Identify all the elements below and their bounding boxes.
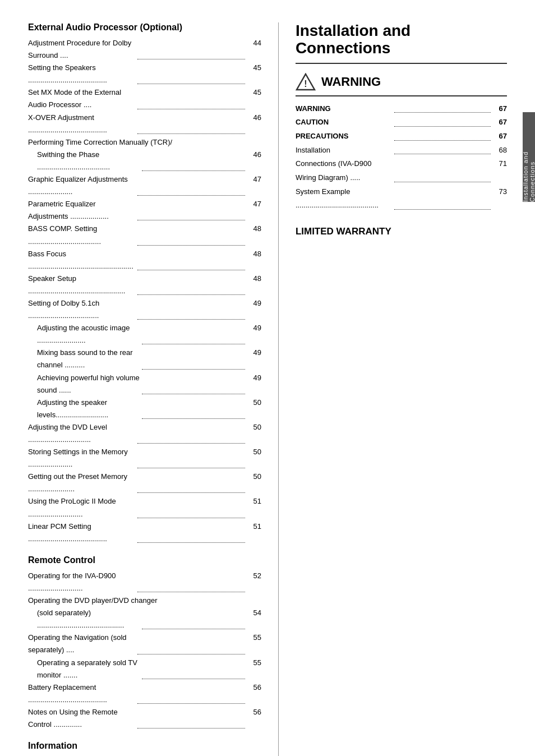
right-toc-page-number: 67	[493, 102, 507, 116]
toc-dots	[137, 681, 245, 704]
warning-triangle-icon: !	[296, 73, 316, 91]
toc-entry-text: Adjustment Procedure for Dolby Surround …	[28, 37, 135, 62]
toc-page-number: 49	[247, 372, 261, 397]
toc-dots	[137, 37, 245, 59]
toc-entry-text: Linear PCM Setting .....................…	[28, 520, 135, 545]
toc-page-number: 51	[247, 495, 261, 520]
toc-page-number: 44	[247, 37, 261, 62]
toc-dots	[142, 372, 245, 394]
toc-dots	[137, 446, 245, 468]
toc-page-number: 45	[247, 86, 261, 111]
side-tab: Installation and Connections	[523, 112, 535, 202]
toc-dots	[142, 657, 245, 679]
left-column: External Audio Processor (Optional) Adju…	[28, 22, 273, 756]
toc-list-external-audio: Adjustment Procedure for Dolby Surround …	[28, 37, 261, 545]
right-toc-dots	[394, 116, 491, 127]
toc-entry: Parametric Equalizer Adjustments .......…	[28, 198, 261, 223]
installation-connections-heading: Installation and Connections	[296, 22, 507, 64]
toc-page-number: 50	[247, 446, 261, 471]
toc-entry-text: Speaker Setup ..........................…	[28, 273, 135, 297]
right-toc-entry: WARNING67	[296, 102, 507, 116]
toc-entry: Notes on Using the Remote Control ......…	[28, 706, 261, 731]
toc-dots	[137, 223, 245, 245]
toc-entry-text: Bass Focus .............................…	[28, 248, 135, 273]
toc-entry-text: Adjusting the speaker levels............…	[37, 397, 140, 421]
toc-dots	[137, 86, 245, 109]
toc-entry-text: Using the ProLogic II Mode .............…	[28, 495, 135, 520]
toc-dots	[137, 520, 245, 543]
right-toc-dots	[394, 130, 491, 141]
right-toc-entry-text: Connections (IVA-D900 Wiring Diagram) ..…	[296, 157, 392, 185]
toc-entry: BASS COMP. Setting .....................…	[28, 223, 261, 247]
toc-dots	[137, 495, 245, 518]
limited-warranty-heading: LIMITED WARRANTY	[296, 226, 507, 237]
toc-page-number: 50	[247, 397, 261, 421]
right-toc-entry: Installation 68	[296, 144, 507, 158]
side-tab-label: Installation and Connections	[522, 112, 535, 202]
toc-entry-text: Operating for the IVA-D900 .............…	[28, 570, 135, 594]
toc-dots	[137, 248, 245, 270]
toc-entry: Speaker Setup ..........................…	[28, 273, 261, 297]
toc-entry-text: Adjusting the acoustic image ...........…	[37, 322, 140, 347]
toc-entry: X-OVER Adjustment ......................…	[28, 112, 261, 136]
toc-page-number: 45	[247, 62, 261, 86]
toc-dots	[142, 397, 245, 419]
toc-page-number: 56	[247, 681, 261, 706]
toc-page-number: 48	[247, 248, 261, 273]
toc-page-number: 47	[247, 198, 261, 223]
toc-entry: Swithing the Phase .....................…	[28, 149, 261, 173]
right-toc-entry-text: System Example .........................…	[296, 185, 392, 213]
toc-entry: Operating the DVD player/DVD changer	[28, 594, 261, 607]
section-information: Information About DVDs .................…	[28, 741, 261, 756]
right-toc-entry-text: CAUTION	[296, 116, 392, 130]
toc-dots	[137, 112, 245, 134]
section-external-audio: External Audio Processor (Optional) Adju…	[28, 22, 261, 545]
toc-entry-text: Battery Replacement ....................…	[28, 681, 135, 706]
toc-entry: Getting out the Preset Memory ..........…	[28, 471, 261, 495]
toc-page-number: 46	[247, 112, 261, 136]
right-toc-page-number: 73	[493, 185, 507, 213]
toc-entry-text: Swithing the Phase .....................…	[37, 149, 140, 173]
toc-page-number: 48	[247, 223, 261, 247]
toc-entry: Adjusting the speaker levels............…	[28, 397, 261, 421]
toc-dots	[137, 706, 245, 729]
toc-entry-text: Graphic Equalizer Adjustments ..........…	[28, 173, 135, 198]
toc-page-number: 54	[247, 607, 261, 631]
toc-page-number: 49	[247, 297, 261, 322]
toc-page-number: 55	[247, 631, 261, 656]
toc-entry: Adjustment Procedure for Dolby Surround …	[28, 37, 261, 62]
toc-entry-text: X-OVER Adjustment ......................…	[28, 112, 135, 136]
section-heading-remote-control: Remote Control	[28, 555, 261, 565]
toc-entry-text: Operating a separately sold TV monitor .…	[37, 657, 140, 681]
toc-page-number: 52	[247, 570, 261, 594]
toc-entry-text: Mixing bass sound to the rear channel ..…	[37, 347, 140, 371]
svg-text:!: !	[304, 79, 307, 89]
right-toc-dots	[394, 157, 491, 182]
toc-page-number: 56	[247, 706, 261, 731]
toc-entry: Mixing bass sound to the rear channel ..…	[28, 347, 261, 371]
page-container: External Audio Processor (Optional) Adju…	[0, 0, 535, 756]
toc-dots	[137, 62, 245, 84]
toc-entry: Adjusting the acoustic image ...........…	[28, 322, 261, 347]
toc-dots	[142, 347, 245, 369]
toc-page-number: 49	[247, 347, 261, 371]
toc-entry: Achieving powerful high volume sound ...…	[28, 372, 261, 397]
toc-entry-text: Storing Settings in the Memory .........…	[28, 446, 135, 471]
toc-page-number: 48	[247, 273, 261, 297]
toc-dots	[137, 198, 245, 220]
toc-entry-text: Operating the Navigation (sold separatel…	[28, 631, 135, 656]
toc-entry: Battery Replacement ....................…	[28, 681, 261, 706]
toc-entry-text: Achieving powerful high volume sound ...…	[37, 372, 140, 397]
right-toc-page-number: 67	[493, 116, 507, 130]
toc-entry-text: Parametric Equalizer Adjustments .......…	[28, 198, 135, 223]
warning-section: ! WARNING WARNING67CAUTION67PRECAUTIONS6…	[296, 73, 507, 213]
toc-entry: Graphic Equalizer Adjustments ..........…	[28, 173, 261, 198]
toc-dots	[137, 570, 245, 592]
section-remote-control: Remote Control Operating for the IVA-D90…	[28, 555, 261, 731]
warning-divider	[296, 95, 507, 96]
section-heading-information: Information	[28, 741, 261, 751]
right-toc-entry-text: Installation	[296, 144, 392, 158]
right-toc-dots	[394, 185, 491, 210]
toc-list-remote-control: Operating for the IVA-D900 .............…	[28, 570, 261, 731]
toc-page-number: 50	[247, 421, 261, 446]
